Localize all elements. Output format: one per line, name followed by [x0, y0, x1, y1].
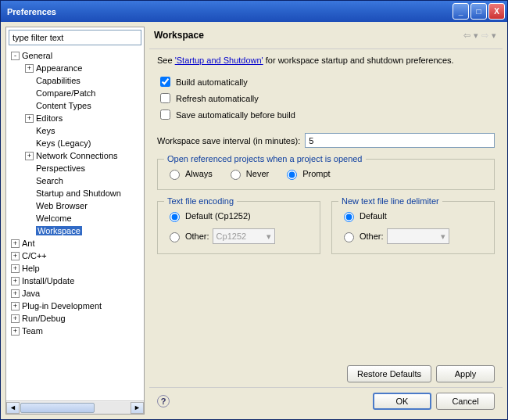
ok-button[interactable]: OK [373, 393, 431, 410]
tree-item[interactable]: Search [6, 174, 144, 187]
content-panel: Workspace ⇦▾ ⇨▾ See 'Startup and Shutdow… [149, 27, 503, 415]
dropdown-icon[interactable]: ▾ [474, 31, 478, 41]
open-referenced-group: Open referenced projects when a project … [157, 159, 495, 190]
prompt-radio[interactable]: Prompt [283, 167, 330, 180]
tree-item-label: Plug-in Development [22, 301, 102, 311]
tree-branch-icon [25, 189, 34, 198]
tree-item[interactable]: Welcome [6, 212, 144, 224]
delimiter-other-radio[interactable]: Other: ▾ [340, 228, 486, 244]
tree-item[interactable]: +Network Connections [6, 149, 144, 162]
tree-item[interactable]: -General [6, 49, 144, 62]
preferences-tree[interactable]: -General+AppearanceCapabilitiesCompare/P… [6, 48, 144, 400]
expand-icon[interactable]: + [11, 252, 20, 260]
tree-item-label: Appearance [36, 63, 82, 73]
cancel-button[interactable]: Cancel [436, 393, 495, 410]
tree-item-label: Compare/Patch [36, 88, 95, 98]
tree-item[interactable]: +Appearance [6, 62, 144, 74]
tree-item[interactable]: +Editors [6, 112, 144, 124]
tree-item-label: Editors [36, 113, 63, 123]
tree-item-label: Workspace [36, 226, 82, 235]
horizontal-scrollbar[interactable]: ◄ ► [6, 400, 144, 414]
expand-icon[interactable]: + [11, 314, 20, 323]
scroll-left-icon[interactable]: ◄ [6, 402, 20, 414]
description: See 'Startup and Shutdown' for workspace… [157, 56, 495, 65]
expand-icon[interactable]: + [11, 302, 20, 311]
tree-item-label: Content Types [36, 101, 91, 110]
close-button[interactable]: X [488, 3, 505, 20]
tree-item-label: Help [22, 264, 40, 273]
apply-button[interactable]: Apply [436, 365, 495, 382]
expand-icon[interactable]: + [11, 239, 20, 248]
tree-branch-icon [25, 89, 34, 98]
encoding-group: Text file encoding Default (Cp1252) Othe… [157, 201, 320, 254]
tree-item-label: General [22, 51, 52, 60]
tree-item[interactable]: Startup and Shutdown [6, 187, 144, 199]
expand-icon[interactable]: + [11, 289, 20, 298]
expand-icon[interactable]: + [25, 64, 34, 73]
tree-branch-icon [25, 214, 34, 223]
tree-item-label: Capabilities [36, 76, 80, 85]
help-icon[interactable]: ? [157, 395, 170, 407]
save-automatically-checkbox[interactable]: Save automatically before build [157, 107, 495, 122]
restore-defaults-button[interactable]: Restore Defaults [347, 365, 431, 382]
delimiter-group: New text file line delimiter Default Oth… [331, 201, 495, 254]
tree-item-label: Keys (Legacy) [36, 138, 91, 148]
tree-item[interactable]: +C/C++ [6, 249, 144, 262]
scroll-right-icon[interactable]: ► [131, 402, 144, 414]
tree-item[interactable]: +Team [6, 325, 144, 337]
expand-icon[interactable]: + [11, 264, 20, 273]
tree-item[interactable]: +Run/Debug [6, 312, 144, 325]
minimize-button[interactable]: _ [453, 3, 469, 20]
tree-item-label: Team [22, 326, 43, 336]
tree-item[interactable]: Workspace [6, 224, 144, 237]
tree-panel: -General+AppearanceCapabilitiesCompare/P… [5, 27, 145, 415]
tree-item[interactable]: Perspectives [6, 162, 144, 174]
tree-branch-icon [25, 227, 34, 235]
expand-icon[interactable]: + [11, 277, 20, 285]
tree-item[interactable]: Keys (Legacy) [6, 137, 144, 149]
tree-item[interactable]: +Install/Update [6, 275, 144, 287]
never-radio[interactable]: Never [227, 167, 269, 180]
tree-branch-icon [25, 202, 34, 210]
save-interval-input[interactable] [305, 133, 495, 148]
tree-item-label: Ant [22, 239, 35, 248]
dropdown-icon: ▾ [492, 31, 496, 41]
tree-item[interactable]: +Java [6, 287, 144, 300]
window-title: Preferences [7, 7, 453, 16]
tree-item[interactable]: Keys [6, 124, 144, 137]
encoding-other-radio[interactable]: Other: Cp1252▾ [166, 228, 312, 244]
save-interval-label: Workspace save interval (in minutes): [157, 136, 300, 145]
tree-branch-icon [25, 164, 34, 173]
tree-item-label: Search [36, 176, 63, 185]
tree-item[interactable]: Content Types [6, 99, 144, 112]
always-radio[interactable]: Always [166, 167, 213, 180]
tree-item[interactable]: Web Browser [6, 199, 144, 212]
tree-item-label: Startup and Shutdown [36, 188, 121, 198]
tree-item[interactable]: Capabilities [6, 74, 144, 87]
titlebar: Preferences _ □ X [1, 1, 507, 22]
encoding-default-radio[interactable]: Default (Cp1252) [166, 210, 312, 222]
page-title: Workspace [154, 30, 463, 41]
back-icon[interactable]: ⇦ [463, 31, 470, 41]
refresh-automatically-checkbox[interactable]: Refresh automatically [157, 91, 495, 106]
scrollbar-thumb[interactable] [20, 403, 95, 413]
tree-item[interactable]: +Help [6, 262, 144, 275]
tree-item-label: Web Browser [36, 201, 88, 210]
tree-item[interactable]: +Plug-in Development [6, 300, 144, 312]
tree-item-label: Install/Update [22, 276, 74, 285]
startup-shutdown-link[interactable]: 'Startup and Shutdown' [175, 56, 263, 65]
expand-icon[interactable]: + [25, 114, 34, 123]
tree-item[interactable]: +Ant [6, 237, 144, 249]
expand-icon[interactable]: + [11, 327, 20, 336]
maximize-button[interactable]: □ [470, 3, 487, 20]
tree-branch-icon [25, 177, 34, 185]
collapse-icon[interactable]: - [11, 52, 20, 60]
filter-input[interactable] [9, 30, 141, 45]
delimiter-select: ▾ [387, 228, 449, 244]
tree-item-label: Java [22, 289, 40, 298]
delimiter-default-radio[interactable]: Default [340, 210, 486, 222]
tree-item[interactable]: Compare/Patch [6, 87, 144, 99]
expand-icon[interactable]: + [25, 152, 34, 160]
tree-item-label: Welcome [36, 214, 72, 223]
build-automatically-checkbox[interactable]: Build automatically [157, 74, 495, 89]
